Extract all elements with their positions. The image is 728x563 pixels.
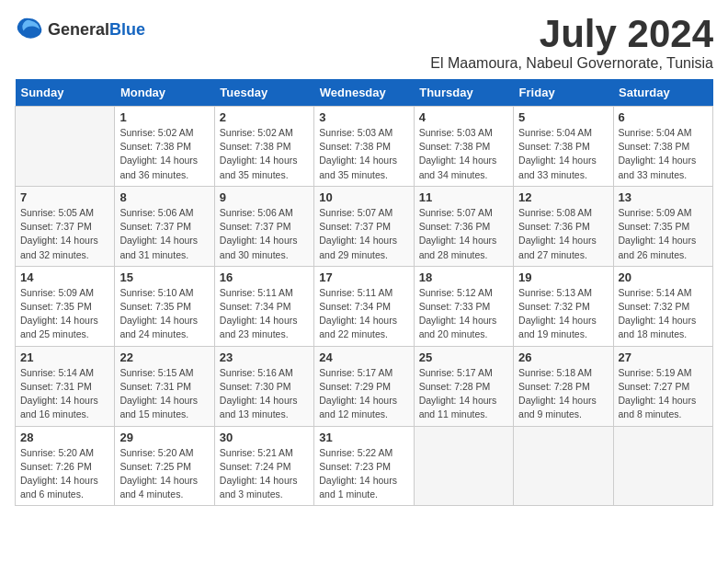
day-number: 18 xyxy=(419,270,508,284)
calendar-cell: 23Sunrise: 5:16 AM Sunset: 7:30 PM Dayli… xyxy=(214,346,313,426)
calendar-cell: 9Sunrise: 5:06 AM Sunset: 7:37 PM Daylig… xyxy=(214,186,313,266)
day-detail: Sunrise: 5:04 AM Sunset: 7:38 PM Dayligh… xyxy=(619,126,708,182)
day-detail: Sunrise: 5:02 AM Sunset: 7:38 PM Dayligh… xyxy=(220,126,309,182)
day-number: 3 xyxy=(319,110,408,124)
day-number: 31 xyxy=(319,431,408,444)
day-detail: Sunrise: 5:14 AM Sunset: 7:32 PM Dayligh… xyxy=(619,286,708,342)
day-number: 12 xyxy=(518,190,608,204)
calendar-cell: 15Sunrise: 5:10 AM Sunset: 7:35 PM Dayli… xyxy=(115,266,214,346)
day-number: 7 xyxy=(20,190,109,204)
day-detail: Sunrise: 5:12 AM Sunset: 7:33 PM Dayligh… xyxy=(419,286,508,342)
day-detail: Sunrise: 5:13 AM Sunset: 7:32 PM Dayligh… xyxy=(518,286,608,342)
day-number: 11 xyxy=(419,190,508,204)
calendar-cell: 20Sunrise: 5:14 AM Sunset: 7:32 PM Dayli… xyxy=(613,266,712,346)
calendar-cell: 10Sunrise: 5:07 AM Sunset: 7:37 PM Dayli… xyxy=(314,186,414,266)
day-detail: Sunrise: 5:04 AM Sunset: 7:38 PM Dayligh… xyxy=(518,126,608,182)
calendar-cell: 16Sunrise: 5:11 AM Sunset: 7:34 PM Dayli… xyxy=(214,266,313,346)
week-row-5: 28Sunrise: 5:20 AM Sunset: 7:26 PM Dayli… xyxy=(16,426,713,506)
calendar-cell: 14Sunrise: 5:09 AM Sunset: 7:35 PM Dayli… xyxy=(16,266,115,346)
day-number: 1 xyxy=(119,110,209,124)
day-number: 16 xyxy=(220,270,309,284)
calendar-cell xyxy=(16,107,115,187)
logo-text: GeneralBlue xyxy=(48,21,145,39)
calendar-cell: 4Sunrise: 5:03 AM Sunset: 7:38 PM Daylig… xyxy=(414,107,513,187)
header: GeneralBlue July 2024 El Maamoura, Nabeu… xyxy=(15,15,713,72)
day-detail: Sunrise: 5:11 AM Sunset: 7:34 PM Dayligh… xyxy=(220,286,309,342)
day-number: 9 xyxy=(220,190,309,204)
day-number: 14 xyxy=(20,270,109,284)
day-number: 4 xyxy=(419,110,508,124)
day-number: 24 xyxy=(319,350,408,364)
day-number: 8 xyxy=(119,190,209,204)
calendar-cell: 17Sunrise: 5:11 AM Sunset: 7:34 PM Dayli… xyxy=(314,266,414,346)
day-detail: Sunrise: 5:21 AM Sunset: 7:24 PM Dayligh… xyxy=(220,446,309,502)
calendar-body: 1Sunrise: 5:02 AM Sunset: 7:38 PM Daylig… xyxy=(16,107,713,506)
day-number: 29 xyxy=(119,431,209,444)
day-detail: Sunrise: 5:07 AM Sunset: 7:37 PM Dayligh… xyxy=(319,206,408,262)
day-number: 17 xyxy=(319,270,408,284)
day-detail: Sunrise: 5:07 AM Sunset: 7:36 PM Dayligh… xyxy=(419,206,508,262)
header-day-saturday: Saturday xyxy=(613,79,712,107)
calendar-cell: 26Sunrise: 5:18 AM Sunset: 7:28 PM Dayli… xyxy=(514,346,613,426)
week-row-2: 7Sunrise: 5:05 AM Sunset: 7:37 PM Daylig… xyxy=(16,186,713,266)
day-detail: Sunrise: 5:09 AM Sunset: 7:35 PM Dayligh… xyxy=(20,286,109,342)
calendar-cell: 8Sunrise: 5:06 AM Sunset: 7:37 PM Daylig… xyxy=(115,186,214,266)
calendar-cell xyxy=(414,426,513,506)
calendar-cell: 27Sunrise: 5:19 AM Sunset: 7:27 PM Dayli… xyxy=(613,346,712,426)
header-day-wednesday: Wednesday xyxy=(314,79,414,107)
day-number: 5 xyxy=(518,110,608,124)
calendar-cell: 19Sunrise: 5:13 AM Sunset: 7:32 PM Dayli… xyxy=(514,266,613,346)
day-number: 13 xyxy=(619,190,708,204)
day-detail: Sunrise: 5:02 AM Sunset: 7:38 PM Dayligh… xyxy=(119,126,209,182)
day-number: 22 xyxy=(119,350,209,364)
month-title: July 2024 xyxy=(430,15,713,53)
calendar-cell: 18Sunrise: 5:12 AM Sunset: 7:33 PM Dayli… xyxy=(414,266,513,346)
day-detail: Sunrise: 5:19 AM Sunset: 7:27 PM Dayligh… xyxy=(619,366,708,422)
day-number: 19 xyxy=(518,270,608,284)
calendar-cell: 7Sunrise: 5:05 AM Sunset: 7:37 PM Daylig… xyxy=(16,186,115,266)
calendar-header: SundayMondayTuesdayWednesdayThursdayFrid… xyxy=(16,79,713,107)
day-detail: Sunrise: 5:20 AM Sunset: 7:26 PM Dayligh… xyxy=(20,446,109,502)
calendar-cell: 11Sunrise: 5:07 AM Sunset: 7:36 PM Dayli… xyxy=(414,186,513,266)
day-detail: Sunrise: 5:15 AM Sunset: 7:31 PM Dayligh… xyxy=(119,366,209,422)
day-detail: Sunrise: 5:06 AM Sunset: 7:37 PM Dayligh… xyxy=(220,206,309,262)
day-number: 2 xyxy=(220,110,309,124)
day-detail: Sunrise: 5:11 AM Sunset: 7:34 PM Dayligh… xyxy=(319,286,408,342)
day-number: 10 xyxy=(319,190,408,204)
calendar-cell: 24Sunrise: 5:17 AM Sunset: 7:29 PM Dayli… xyxy=(314,346,414,426)
calendar-cell: 21Sunrise: 5:14 AM Sunset: 7:31 PM Dayli… xyxy=(16,346,115,426)
day-detail: Sunrise: 5:17 AM Sunset: 7:28 PM Dayligh… xyxy=(419,366,508,422)
calendar-cell: 13Sunrise: 5:09 AM Sunset: 7:35 PM Dayli… xyxy=(613,186,712,266)
day-detail: Sunrise: 5:20 AM Sunset: 7:25 PM Dayligh… xyxy=(119,446,209,502)
logo-icon xyxy=(15,15,44,44)
header-row: SundayMondayTuesdayWednesdayThursdayFrid… xyxy=(16,79,713,107)
calendar-cell xyxy=(514,426,613,506)
calendar-cell: 29Sunrise: 5:20 AM Sunset: 7:25 PM Dayli… xyxy=(115,426,214,506)
calendar-cell: 12Sunrise: 5:08 AM Sunset: 7:36 PM Dayli… xyxy=(514,186,613,266)
week-row-1: 1Sunrise: 5:02 AM Sunset: 7:38 PM Daylig… xyxy=(16,107,713,187)
day-number: 25 xyxy=(419,350,508,364)
day-number: 28 xyxy=(20,431,109,444)
day-detail: Sunrise: 5:18 AM Sunset: 7:28 PM Dayligh… xyxy=(518,366,608,422)
day-detail: Sunrise: 5:10 AM Sunset: 7:35 PM Dayligh… xyxy=(119,286,209,342)
calendar-cell: 6Sunrise: 5:04 AM Sunset: 7:38 PM Daylig… xyxy=(613,107,712,187)
day-detail: Sunrise: 5:06 AM Sunset: 7:37 PM Dayligh… xyxy=(119,206,209,262)
header-day-friday: Friday xyxy=(514,79,613,107)
calendar-cell: 22Sunrise: 5:15 AM Sunset: 7:31 PM Dayli… xyxy=(115,346,214,426)
day-detail: Sunrise: 5:08 AM Sunset: 7:36 PM Dayligh… xyxy=(518,206,608,262)
calendar-cell: 1Sunrise: 5:02 AM Sunset: 7:38 PM Daylig… xyxy=(115,107,214,187)
week-row-3: 14Sunrise: 5:09 AM Sunset: 7:35 PM Dayli… xyxy=(16,266,713,346)
calendar-cell: 31Sunrise: 5:22 AM Sunset: 7:23 PM Dayli… xyxy=(314,426,414,506)
day-detail: Sunrise: 5:05 AM Sunset: 7:37 PM Dayligh… xyxy=(20,206,109,262)
logo: GeneralBlue xyxy=(15,15,145,44)
day-number: 15 xyxy=(119,270,209,284)
day-number: 30 xyxy=(220,431,309,444)
day-number: 26 xyxy=(518,350,608,364)
day-detail: Sunrise: 5:03 AM Sunset: 7:38 PM Dayligh… xyxy=(419,126,508,182)
day-number: 6 xyxy=(619,110,708,124)
header-day-sunday: Sunday xyxy=(16,79,115,107)
header-day-thursday: Thursday xyxy=(414,79,513,107)
day-detail: Sunrise: 5:17 AM Sunset: 7:29 PM Dayligh… xyxy=(319,366,408,422)
day-number: 20 xyxy=(619,270,708,284)
calendar-cell xyxy=(613,426,712,506)
